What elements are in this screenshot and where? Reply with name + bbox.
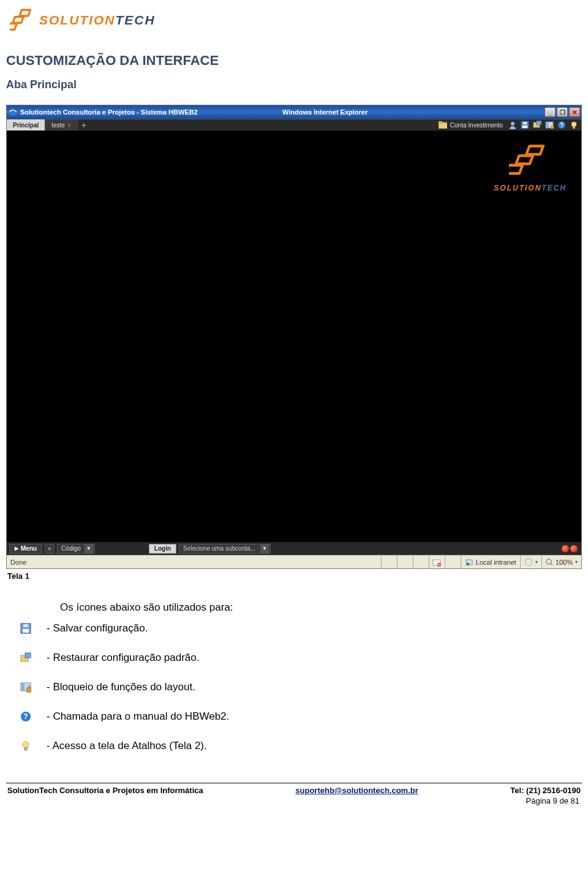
svg-rect-33	[25, 653, 31, 658]
user-icon[interactable]	[508, 120, 518, 130]
tab-teste[interactable]: teste ×	[45, 119, 78, 130]
svg-text:?: ?	[23, 712, 28, 721]
save-icon[interactable]	[520, 120, 530, 130]
tab-label: teste	[51, 122, 65, 129]
lock-layout-icon	[20, 681, 32, 693]
save-icon	[20, 622, 32, 635]
restore-config-icon	[20, 652, 32, 664]
svg-rect-13	[546, 122, 549, 128]
minimize-button[interactable]: _	[545, 107, 556, 117]
ie-icon	[8, 107, 18, 117]
restore-button[interactable]: ❐	[557, 107, 568, 117]
menu-label: Menu	[21, 545, 37, 552]
restore-config-icon[interactable]	[532, 120, 542, 130]
app-tabbar: Principal teste × + Conta Investimento	[7, 119, 581, 131]
popup-blocked-icon[interactable]	[429, 556, 445, 568]
zoom-label: 100%	[556, 559, 573, 566]
zoom-icon	[546, 559, 553, 566]
lightbulb-icon[interactable]	[569, 120, 579, 130]
svg-rect-40	[24, 748, 27, 750]
legend-label: - Bloqueio de funções do layout.	[47, 681, 195, 693]
login-button[interactable]: Login	[149, 544, 176, 554]
header-logo: SOLUTIONTECH	[6, 5, 582, 37]
dropdown-icon: ▼	[260, 544, 269, 553]
help-icon: ?	[20, 710, 32, 723]
svg-rect-1	[13, 17, 24, 23]
svg-rect-8	[522, 126, 527, 128]
window-titlebar: Solutiontech Consultoria e Projetos - Si…	[7, 105, 581, 119]
legend-list: - Salvar configuração. - Restaurar confi…	[20, 622, 582, 752]
legend-item: - Acesso a tela de Atalhos (Tela 2).	[20, 740, 582, 752]
window-controls: _ ❐ ✕	[545, 107, 580, 117]
dropdown-icon: ▾	[535, 559, 538, 565]
login-label: Login	[154, 545, 171, 552]
window-title-center: Windows Internet Explorer	[282, 108, 545, 116]
tab-principal[interactable]: Principal	[7, 119, 45, 130]
status-cell-empty	[445, 556, 461, 568]
subsection-title: Aba Principal	[6, 78, 582, 91]
logo-glyph-icon	[10, 7, 36, 33]
footer-email-link[interactable]: suportehb@solutiontech.com.br	[295, 786, 418, 795]
footer-company: SolutionTech Consultoria e Projetos em I…	[7, 786, 203, 795]
logo-glyph-icon	[509, 143, 552, 178]
svg-rect-30	[23, 629, 29, 633]
legend-intro: Os ícones abaixo são utilizados para:	[60, 601, 582, 614]
codigo-combo[interactable]: Código ▼	[57, 544, 95, 554]
svg-rect-18	[573, 127, 575, 129]
security-zone[interactable]: Local intranet	[461, 556, 520, 568]
app-bottombar: ▶ Menu « Código ▼ Login Selecione uma su…	[7, 541, 581, 555]
lock-layout-icon[interactable]	[545, 120, 554, 130]
svg-rect-2	[10, 24, 17, 30]
footer-pageno: Página 9 de 81	[6, 795, 582, 813]
protected-mode-cell[interactable]: ▾	[520, 556, 541, 568]
help-icon[interactable]: ?	[557, 120, 567, 130]
app-window: Solutiontech Consultoria e Projetos - Si…	[6, 105, 582, 569]
status-dot-icon	[562, 545, 569, 552]
play-icon: ▶	[15, 546, 18, 551]
svg-rect-24	[438, 564, 440, 565]
dropdown-icon: ▾	[575, 559, 578, 565]
legend-item: - Bloqueio de funções do layout.	[20, 681, 582, 693]
tab-close-icon[interactable]: ×	[67, 122, 71, 129]
subaccount-combo[interactable]: Selecione uma subconta... ▼	[179, 544, 271, 554]
svg-rect-20	[516, 156, 532, 164]
dropdown-icon: ▼	[85, 544, 93, 553]
figure-caption: Tela 1	[7, 571, 582, 581]
footer-tel: Tel: (21) 2516-0190	[510, 786, 581, 795]
codigo-label: Código	[61, 545, 81, 552]
svg-rect-19	[526, 146, 543, 154]
legend-item: - Salvar configuração.	[20, 622, 582, 635]
svg-rect-9	[523, 122, 527, 124]
legend-label: - Salvar configuração.	[47, 622, 148, 635]
collapse-button[interactable]: «	[45, 544, 55, 554]
status-cell-empty	[397, 556, 413, 568]
svg-rect-36	[27, 688, 31, 692]
status-cell-empty	[413, 556, 429, 568]
svg-point-6	[511, 122, 514, 126]
close-button[interactable]: ✕	[569, 107, 580, 117]
legend-item: ? - Chamada para o manual do HBWeb2.	[20, 710, 582, 723]
app-viewport: SOLUTIONTECH	[7, 131, 581, 541]
legend-item: - Restaurar configuração padrão.	[20, 652, 582, 664]
svg-point-27	[546, 559, 551, 564]
menu-button[interactable]: ▶ Menu	[9, 544, 42, 554]
zone-label: Local intranet	[476, 559, 516, 566]
svg-point-26	[466, 562, 469, 565]
legend-label: - Chamada para o manual do HBWeb2.	[47, 710, 229, 723]
viewport-logo: SOLUTIONTECH	[494, 143, 567, 192]
status-cell-empty	[381, 556, 397, 568]
svg-point-39	[23, 742, 29, 748]
section-title: CUSTOMIZAÇÃO DA INTERFACE	[6, 53, 582, 69]
status-done: Done	[7, 559, 381, 566]
svg-rect-11	[537, 121, 541, 125]
zoom-control[interactable]: 100% ▾	[541, 556, 581, 568]
svg-rect-21	[509, 165, 522, 173]
status-dot-icon	[570, 545, 578, 552]
viewport-brand: SOLUTIONTECH	[494, 184, 567, 192]
add-tab-button[interactable]: +	[78, 119, 90, 130]
legend-label: - Restaurar configuração padrão.	[47, 652, 199, 664]
intranet-icon	[465, 558, 473, 567]
lightbulb-icon	[20, 740, 32, 752]
svg-point-3	[9, 108, 17, 116]
shield-icon	[524, 558, 533, 567]
